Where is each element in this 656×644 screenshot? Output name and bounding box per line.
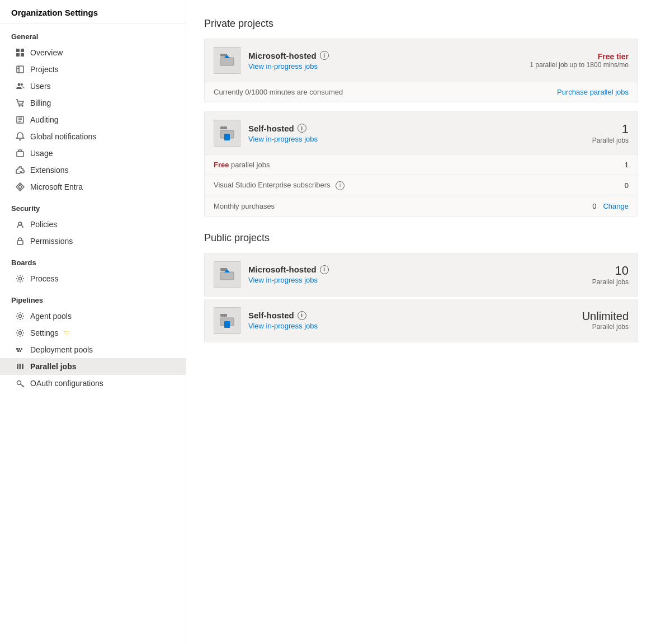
sidebar-item-parallel-jobs-label: Parallel jobs bbox=[30, 362, 76, 371]
public-self-hosted-title-area: Self-hosted i View in-progress jobs bbox=[248, 311, 582, 330]
free-parallel-jobs-label: Free parallel jobs bbox=[214, 161, 606, 169]
sidebar-item-parallel-jobs[interactable]: Parallel jobs bbox=[0, 358, 186, 375]
list-icon bbox=[16, 115, 25, 124]
svg-rect-0 bbox=[16, 49, 20, 52]
sidebar-item-overview[interactable]: Overview bbox=[0, 44, 186, 61]
change-monthly-purchases-link[interactable]: Change bbox=[603, 202, 629, 210]
svg-rect-26 bbox=[17, 364, 18, 369]
svg-point-10 bbox=[22, 105, 23, 106]
settings-badge: 🛡 bbox=[64, 330, 70, 336]
sidebar-item-permissions-label: Permissions bbox=[30, 237, 73, 246]
public-self-hosted-parallel-label: Parallel jobs bbox=[582, 323, 629, 331]
private-self-hosted-link[interactable]: View in-progress jobs bbox=[248, 135, 592, 143]
private-microsoft-hosted-link[interactable]: View in-progress jobs bbox=[248, 62, 530, 70]
sidebar-item-auditing[interactable]: Auditing bbox=[0, 111, 186, 128]
sidebar-item-policies-label: Policies bbox=[30, 220, 57, 229]
sidebar-item-projects-label: Projects bbox=[30, 65, 59, 74]
microsoft-hosted-info-icon[interactable]: i bbox=[320, 51, 329, 60]
private-projects-heading: Private projects bbox=[204, 18, 638, 30]
private-self-hosted-parallel-count: 1 bbox=[592, 122, 629, 137]
self-hosted-icon-public bbox=[214, 307, 240, 334]
public-microsoft-hosted-info-icon[interactable]: i bbox=[320, 265, 329, 274]
svg-rect-1 bbox=[21, 49, 24, 52]
sidebar-item-permissions[interactable]: Permissions bbox=[0, 233, 186, 250]
public-self-hosted-parallel-count: Unlimited bbox=[582, 310, 629, 323]
sidebar-item-process-label: Process bbox=[30, 274, 59, 283]
svg-rect-25 bbox=[20, 350, 21, 352]
private-microsoft-hosted-title: Microsoft-hosted i bbox=[248, 51, 530, 60]
sidebar-item-process[interactable]: Process bbox=[0, 270, 186, 287]
public-microsoft-hosted-header: Microsoft-hosted i View in-progress jobs… bbox=[205, 253, 638, 296]
minutes-consumed-label: Currently 0/1800 minutes are consumed bbox=[214, 88, 550, 96]
bell-icon bbox=[16, 132, 25, 141]
svg-point-29 bbox=[17, 381, 21, 385]
svg-rect-3 bbox=[21, 53, 24, 57]
public-microsoft-hosted-title-area: Microsoft-hosted i View in-progress jobs bbox=[248, 265, 592, 284]
public-self-hosted-count: Unlimited Parallel jobs bbox=[582, 310, 629, 331]
svg-rect-15 bbox=[17, 152, 23, 157]
sidebar-item-policies[interactable]: Policies bbox=[0, 216, 186, 233]
private-self-hosted-title-area: Self-hosted i View in-progress jobs bbox=[248, 124, 592, 143]
free-text: Free bbox=[214, 161, 229, 169]
deployment-pools-icon bbox=[16, 345, 25, 354]
sidebar-item-oauth-configurations[interactable]: OAuth configurations bbox=[0, 375, 186, 392]
sidebar-item-global-notifications[interactable]: Global notifications bbox=[0, 128, 186, 145]
sidebar-item-agent-pools[interactable]: Agent pools bbox=[0, 308, 186, 325]
section-label-boards: Boards bbox=[0, 250, 186, 270]
svg-point-8 bbox=[21, 83, 23, 86]
private-self-hosted-free-row: Free parallel jobs 1 bbox=[205, 154, 638, 175]
public-microsoft-hosted-link[interactable]: View in-progress jobs bbox=[248, 276, 592, 284]
sidebar-item-overview-label: Overview bbox=[30, 48, 63, 57]
svg-rect-2 bbox=[16, 53, 20, 57]
section-label-general: General bbox=[0, 23, 186, 44]
lock-icon bbox=[16, 220, 25, 229]
self-hosted-icon-private bbox=[214, 120, 240, 147]
self-hosted-info-icon-public[interactable]: i bbox=[298, 311, 306, 320]
svg-rect-21 bbox=[16, 348, 18, 350]
grid-icon bbox=[16, 48, 25, 57]
private-microsoft-hosted-minutes-row: Currently 0/1800 minutes are consumed Pu… bbox=[205, 82, 638, 102]
svg-rect-39 bbox=[220, 314, 227, 317]
monthly-purchases-value: 0 bbox=[574, 202, 596, 210]
private-self-hosted-header: Self-hosted i View in-progress jobs 1 Pa… bbox=[205, 112, 638, 154]
section-label-security: Security bbox=[0, 195, 186, 216]
sidebar-item-oauth-configurations-label: OAuth configurations bbox=[30, 379, 103, 388]
users-icon bbox=[16, 82, 25, 91]
public-microsoft-hosted-parallel-count: 10 bbox=[592, 264, 629, 278]
main-content: Private projects Microsoft-hosted i View… bbox=[186, 0, 656, 644]
public-microsoft-hosted-parallel-label: Parallel jobs bbox=[592, 278, 629, 286]
sidebar-item-agent-pools-label: Agent pools bbox=[30, 312, 72, 321]
self-hosted-info-icon-private[interactable]: i bbox=[298, 124, 306, 133]
private-microsoft-hosted-tier: Free tier 1 parallel job up to 1800 mins… bbox=[530, 52, 629, 69]
svg-point-9 bbox=[19, 105, 20, 106]
public-self-hosted-card: Self-hosted i View in-progress jobs Unli… bbox=[204, 299, 638, 342]
public-self-hosted-link[interactable]: View in-progress jobs bbox=[248, 322, 582, 330]
svg-rect-27 bbox=[20, 364, 21, 369]
purchase-parallel-jobs-link[interactable]: Purchase parallel jobs bbox=[557, 88, 629, 96]
sidebar-item-billing-label: Billing bbox=[30, 98, 51, 107]
private-microsoft-hosted-header: Microsoft-hosted i View in-progress jobs… bbox=[205, 39, 638, 82]
vs-enterprise-value: 0 bbox=[606, 181, 629, 190]
public-self-hosted-header: Self-hosted i View in-progress jobs Unli… bbox=[205, 299, 638, 342]
parallel-jobs-icon bbox=[16, 362, 25, 371]
sidebar-item-billing[interactable]: Billing bbox=[0, 95, 186, 111]
sidebar: Organization Settings General Overview P… bbox=[0, 0, 186, 644]
monthly-purchases-label: Monthly purchases bbox=[214, 202, 574, 210]
sidebar-item-projects[interactable]: Projects bbox=[0, 61, 186, 78]
free-parallel-jobs-value: 1 bbox=[606, 161, 629, 169]
sidebar-item-deployment-pools[interactable]: Deployment pools bbox=[0, 341, 186, 358]
svg-rect-4 bbox=[17, 66, 23, 73]
svg-rect-37 bbox=[220, 272, 234, 280]
cart-icon bbox=[16, 98, 25, 107]
diamond-icon bbox=[16, 182, 25, 191]
sidebar-item-extensions[interactable]: Extensions bbox=[0, 162, 186, 178]
sidebar-item-settings[interactable]: Settings 🛡 bbox=[0, 325, 186, 341]
public-projects-heading: Public projects bbox=[204, 232, 638, 244]
vs-enterprise-info-icon[interactable]: i bbox=[336, 181, 344, 190]
sidebar-item-usage[interactable]: Usage bbox=[0, 145, 186, 162]
sidebar-item-microsoft-entra[interactable]: Microsoft Entra bbox=[0, 178, 186, 195]
private-microsoft-hosted-card: Microsoft-hosted i View in-progress jobs… bbox=[204, 39, 638, 102]
private-microsoft-hosted-title-area: Microsoft-hosted i View in-progress jobs bbox=[248, 51, 530, 70]
sidebar-item-users[interactable]: Users bbox=[0, 78, 186, 95]
private-self-hosted-count: 1 Parallel jobs bbox=[592, 122, 629, 144]
